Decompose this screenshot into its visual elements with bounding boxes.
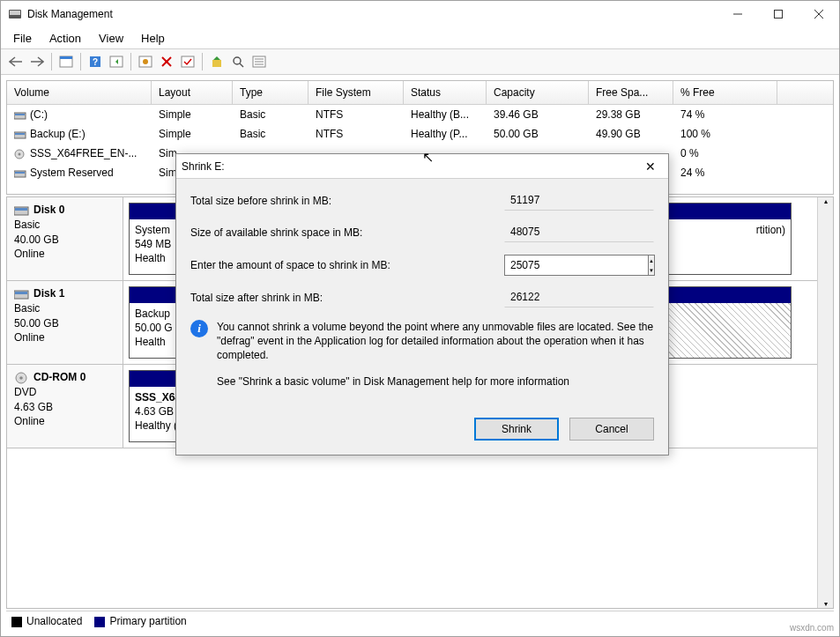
dialog-close-button[interactable]: ✕: [638, 159, 663, 174]
shrink-button[interactable]: Shrink: [474, 418, 559, 441]
col-capacity[interactable]: Capacity: [487, 81, 589, 104]
watermark: wsxdn.com: [790, 623, 834, 633]
label-total-after: Total size after shrink in MB:: [190, 292, 504, 304]
show-console-button[interactable]: [56, 52, 76, 71]
svg-rect-7: [60, 56, 72, 59]
search-button[interactable]: [228, 52, 248, 71]
window-title: Disk Management: [27, 8, 717, 20]
label-available: Size of available shrink space in MB:: [190, 226, 504, 239]
svg-rect-32: [15, 208, 27, 211]
checkmark-button[interactable]: [178, 52, 197, 71]
back-button[interactable]: [6, 52, 26, 71]
dialog-titlebar: Shrink E: ✕: [176, 154, 668, 179]
volume-row[interactable]: (C:)SimpleBasicNTFSHealthy (B...39.46 GB…: [7, 105, 833, 124]
app-icon: [8, 7, 22, 21]
minimize-button[interactable]: [717, 1, 758, 27]
shrink-amount-input[interactable]: [504, 255, 649, 276]
svg-rect-34: [15, 292, 27, 294]
menu-action[interactable]: Action: [41, 28, 90, 48]
cancel-button[interactable]: Cancel: [569, 418, 654, 441]
separator: [51, 53, 52, 70]
list-button[interactable]: [249, 52, 269, 71]
delete-button[interactable]: [157, 52, 176, 71]
menu-help[interactable]: Help: [132, 28, 174, 48]
svg-rect-30: [15, 172, 25, 174]
legend: Unallocated Primary partition: [6, 611, 834, 631]
help-text: See "Shrink a basic volume" in Disk Mana…: [217, 375, 654, 388]
scroll-up-icon[interactable]: ▴: [824, 197, 828, 205]
separator: [80, 53, 81, 70]
scroll-down-icon[interactable]: ▾: [824, 600, 828, 608]
svg-rect-16: [212, 60, 221, 67]
toolbar: ?: [1, 48, 839, 75]
menubar: File Action View Help: [1, 27, 839, 48]
svg-rect-3: [775, 11, 783, 19]
col-pctfree[interactable]: % Free: [673, 81, 777, 104]
disk-header[interactable]: CD-ROM 0DVD4.63 GBOnline: [7, 365, 123, 448]
volume-table-header: Volume Layout Type File System Status Ca…: [7, 81, 833, 105]
spin-down-icon[interactable]: ▼: [649, 265, 654, 275]
svg-point-17: [234, 57, 241, 64]
shrink-dialog: Shrink E: ✕ Total size before shrink in …: [175, 153, 669, 456]
panel-button[interactable]: [107, 52, 126, 71]
value-total-before: 51197: [504, 191, 654, 211]
svg-point-28: [19, 152, 21, 155]
separator: [202, 53, 203, 70]
label-total-before: Total size before shrink in MB:: [190, 195, 504, 207]
volume-row[interactable]: Backup (E:)SimpleBasicNTFSHealthy (P...5…: [7, 124, 833, 144]
dialog-title: Shrink E:: [182, 160, 638, 173]
svg-rect-24: [15, 114, 25, 115]
refresh-button[interactable]: [136, 52, 155, 71]
svg-line-18: [240, 63, 243, 67]
col-free[interactable]: Free Spa...: [589, 81, 673, 104]
value-total-after: 26122: [504, 288, 654, 307]
scrollbar[interactable]: ▴ ▾: [817, 197, 833, 608]
col-filesys[interactable]: File System: [308, 81, 404, 104]
info-text: You cannot shrink a volume beyond the po…: [217, 320, 654, 363]
info-icon: i: [190, 320, 208, 337]
info-row: i You cannot shrink a volume beyond the …: [190, 320, 654, 363]
spin-up-icon[interactable]: ▲: [649, 256, 654, 265]
disk-header[interactable]: Disk 1Basic50.00 GBOnline: [7, 281, 123, 364]
legend-primary: Primary partition: [94, 615, 186, 627]
spinner[interactable]: ▲▼: [649, 255, 655, 276]
col-status[interactable]: Status: [404, 81, 487, 104]
close-button[interactable]: [799, 1, 839, 27]
label-amount: Enter the amount of space to shrink in M…: [190, 259, 504, 271]
col-volume[interactable]: Volume: [7, 81, 152, 104]
svg-point-36: [19, 376, 23, 380]
help-button[interactable]: ?: [85, 52, 105, 71]
value-available: 48075: [504, 223, 654, 242]
forward-button[interactable]: [27, 52, 47, 71]
legend-unallocated: Unallocated: [11, 615, 82, 627]
svg-text:?: ?: [93, 57, 98, 67]
svg-point-12: [143, 59, 148, 64]
svg-rect-1: [10, 11, 20, 15]
col-type[interactable]: Type: [233, 81, 308, 104]
titlebar: Disk Management: [1, 1, 839, 27]
maximize-button[interactable]: [758, 1, 799, 27]
svg-rect-15: [182, 56, 194, 67]
menu-file[interactable]: File: [4, 28, 41, 48]
disk-management-window: Disk Management File Action View Help ?: [0, 0, 840, 637]
disk-header[interactable]: Disk 0Basic40.00 GBOnline: [7, 197, 123, 280]
up-button[interactable]: [207, 52, 227, 71]
menu-view[interactable]: View: [90, 28, 132, 48]
svg-rect-26: [15, 133, 25, 135]
separator: [130, 53, 131, 70]
col-layout[interactable]: Layout: [152, 81, 233, 104]
